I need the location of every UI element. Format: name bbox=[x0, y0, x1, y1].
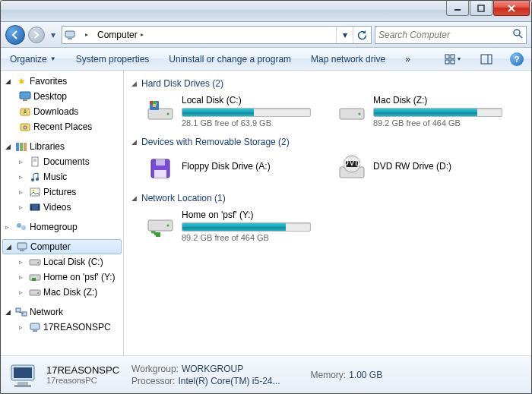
back-button[interactable] bbox=[5, 25, 25, 45]
uninstall-program-button[interactable]: Uninstall or change a program bbox=[164, 52, 296, 67]
sidebar-item-pictures[interactable]: ▹ Pictures bbox=[1, 184, 123, 200]
music-icon bbox=[29, 171, 41, 183]
maximize-button[interactable] bbox=[470, 1, 492, 16]
drive-name: Home on 'psf' (Y:) bbox=[182, 210, 325, 220]
history-dropdown[interactable]: ▾ bbox=[48, 27, 59, 43]
libraries-icon bbox=[15, 140, 27, 153]
command-bar: Organize▼ System properties Uninstall or… bbox=[1, 48, 531, 71]
sidebar-item-documents[interactable]: ▹ Documents bbox=[1, 154, 123, 169]
sidebar-item-downloads[interactable]: Downloads bbox=[1, 104, 123, 119]
svg-point-39 bbox=[37, 292, 39, 294]
sidebar-item-favorites[interactable]: ◢ ★ Favorites bbox=[1, 74, 123, 89]
chevron-down-icon: ◢ bbox=[6, 243, 14, 251]
drive-free-space: 28.1 GB free of 63.9 GB bbox=[182, 118, 325, 128]
details-computer-name: 17REASONSPC bbox=[46, 364, 119, 376]
sidebar-item-label: Local Disk (C:) bbox=[43, 257, 103, 267]
homegroup-icon bbox=[15, 221, 27, 233]
sidebar-item-libraries[interactable]: ◢ Libraries bbox=[1, 139, 123, 154]
section-hard-disk-drives[interactable]: ◢ Hard Disk Drives (2) bbox=[131, 78, 524, 89]
svg-rect-67 bbox=[17, 382, 28, 385]
drive-mac-disk-z[interactable]: Mac Disk (Z:) 89.2 GB free of 464 GB bbox=[335, 93, 518, 129]
chevron-right-icon: ▹ bbox=[19, 158, 27, 165]
sidebar-item-local-disk-c[interactable]: ▹ Local Disk (C:) bbox=[1, 254, 123, 269]
svg-point-24 bbox=[36, 178, 39, 181]
drive-free-space: 89.2 GB free of 464 GB bbox=[182, 233, 325, 242]
sidebar-item-label: Pictures bbox=[43, 187, 76, 197]
svg-rect-33 bbox=[20, 250, 24, 251]
chevron-down-icon: ◢ bbox=[131, 194, 137, 202]
sidebar-item-music[interactable]: ▹ Music bbox=[1, 169, 123, 184]
svg-rect-20 bbox=[32, 157, 38, 166]
sidebar-item-label: Homegroup bbox=[30, 222, 78, 232]
preview-pane-button[interactable] bbox=[477, 51, 496, 68]
sidebar-item-homegroup[interactable]: ▹ Homegroup bbox=[1, 219, 123, 235]
chevron-right-icon: ▹ bbox=[19, 258, 27, 266]
videos-icon bbox=[29, 201, 41, 213]
breadcrumb-label: Computer bbox=[97, 30, 138, 40]
sidebar-item-label: 17REASONSPC bbox=[43, 322, 111, 333]
svg-rect-41 bbox=[22, 312, 27, 316]
sidebar-item-recent-places[interactable]: Recent Places bbox=[1, 119, 123, 134]
svg-rect-44 bbox=[33, 330, 37, 332]
svg-rect-50 bbox=[150, 104, 153, 107]
sidebar-item-label: Videos bbox=[43, 202, 71, 213]
drive-icon bbox=[29, 256, 41, 268]
sidebar-item-network[interactable]: ◢ Network bbox=[1, 304, 123, 320]
minimize-button[interactable] bbox=[446, 1, 469, 16]
breadcrumb-computer[interactable]: Computer ▸ bbox=[94, 27, 147, 43]
details-prop-value: 1.00 GB bbox=[349, 370, 382, 380]
sidebar-item-computer[interactable]: ◢ Computer bbox=[2, 239, 122, 254]
details-props-col2: Memory:1.00 GB bbox=[310, 370, 382, 380]
sidebar-item-label: Downloads bbox=[33, 106, 78, 117]
map-network-drive-button[interactable]: Map network drive bbox=[306, 52, 390, 67]
sidebar-item-mac-disk-z[interactable]: ▹ Mac Disk (Z:) bbox=[1, 285, 123, 300]
sidebar-item-network-pc[interactable]: ▹ 17REASONSPC bbox=[1, 320, 123, 335]
details-name-block: 17REASONSPC 17reasonsPC bbox=[46, 364, 119, 385]
address-dropdown[interactable]: ▾ bbox=[336, 27, 353, 43]
svg-rect-6 bbox=[445, 55, 449, 58]
help-button[interactable]: ? bbox=[507, 51, 527, 68]
drive-home-psf-y[interactable]: Home on 'psf' (Y:) 89.2 GB free of 464 G… bbox=[144, 208, 326, 244]
toolbar-overflow[interactable]: » bbox=[401, 52, 415, 67]
svg-rect-51 bbox=[153, 104, 156, 107]
search-placeholder: Search Computer bbox=[378, 30, 450, 40]
search-icon bbox=[512, 28, 523, 41]
svg-rect-49 bbox=[153, 101, 156, 104]
forward-button[interactable] bbox=[28, 27, 45, 43]
refresh-button[interactable] bbox=[353, 27, 369, 43]
computer-icon bbox=[7, 359, 39, 391]
svg-rect-7 bbox=[451, 55, 454, 58]
dvd-drive-icon: DVD bbox=[337, 153, 367, 184]
svg-rect-43 bbox=[30, 323, 40, 329]
address-bar[interactable]: ▸ Computer ▸ ▾ bbox=[62, 26, 372, 44]
pictures-icon bbox=[29, 186, 41, 198]
details-prop-value: Intel(R) Core(TM) i5-24... bbox=[178, 376, 280, 386]
svg-rect-18 bbox=[20, 143, 23, 151]
section-network-location[interactable]: ◢ Network Location (1) bbox=[131, 193, 524, 203]
sidebar-item-videos[interactable]: ▹ Videos bbox=[1, 200, 123, 215]
sidebar-item-home-psf-y[interactable]: ▹ Home on 'psf' (Y:) bbox=[1, 269, 123, 285]
close-button[interactable] bbox=[493, 1, 530, 16]
drive-local-disk-c[interactable]: Local Disk (C:) 28.1 GB free of 63.9 GB bbox=[144, 93, 326, 129]
organize-menu[interactable]: Organize▼ bbox=[5, 52, 61, 67]
svg-rect-10 bbox=[481, 55, 492, 64]
chevron-right-icon: ▹ bbox=[5, 223, 13, 231]
section-removable-storage[interactable]: ◢ Devices with Removable Storage (2) bbox=[131, 137, 524, 147]
drive-name: Mac Disk (Z:) bbox=[373, 95, 516, 106]
drive-icon bbox=[29, 286, 41, 298]
svg-rect-17 bbox=[16, 143, 19, 151]
svg-rect-15 bbox=[21, 124, 30, 131]
drive-floppy-a[interactable]: Floppy Disk Drive (A:) bbox=[144, 152, 326, 185]
details-computer-sub: 17reasonsPC bbox=[46, 376, 119, 385]
section-title: Network Location (1) bbox=[141, 193, 226, 203]
search-input[interactable]: Search Computer bbox=[375, 26, 527, 44]
change-view-button[interactable] bbox=[439, 51, 466, 68]
sidebar-item-desktop[interactable]: Desktop bbox=[1, 89, 123, 104]
recent-places-icon bbox=[19, 121, 31, 133]
svg-rect-9 bbox=[451, 60, 454, 64]
removable-storage-group: Floppy Disk Drive (A:) DVD DVD RW Drive … bbox=[128, 152, 524, 185]
system-properties-button[interactable]: System properties bbox=[71, 52, 154, 67]
drive-dvd-d[interactable]: DVD DVD RW Drive (D:) bbox=[335, 152, 518, 185]
svg-rect-48 bbox=[150, 101, 153, 104]
breadcrumb-root[interactable]: ▸ bbox=[79, 27, 91, 43]
